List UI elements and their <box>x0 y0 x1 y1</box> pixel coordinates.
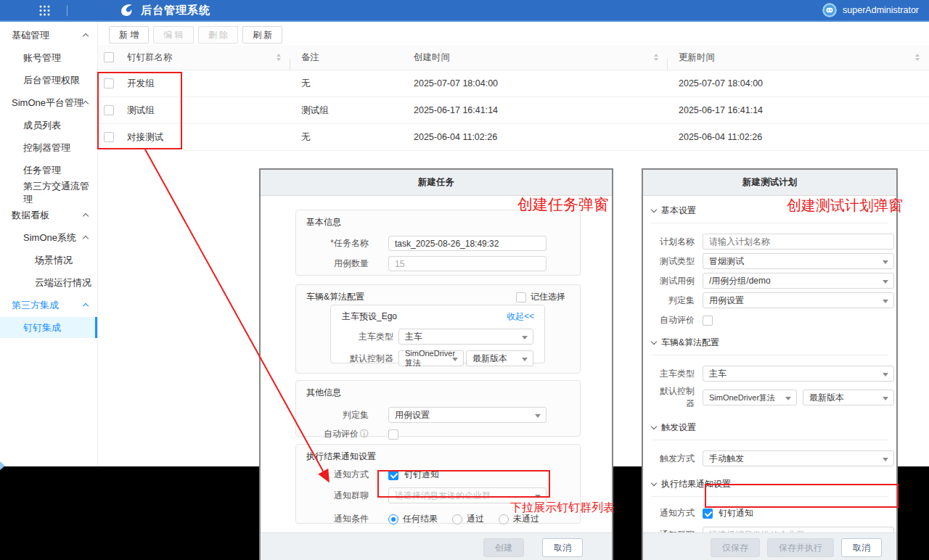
section-trigger-settings[interactable]: 触发设置 <box>651 413 888 440</box>
radio-pass[interactable] <box>452 514 462 524</box>
section-vehicle-algo[interactable]: 车辆&算法配置 <box>651 328 888 355</box>
sort-icon[interactable] <box>654 54 658 61</box>
app-title: 后台管理系统 <box>141 4 210 17</box>
cancel-button[interactable]: 取消 <box>841 538 882 557</box>
judge-set-label: 判定集 <box>652 295 695 307</box>
remember-checkbox[interactable] <box>516 292 526 302</box>
select-all-checkbox[interactable] <box>104 52 114 62</box>
app-root: 后台管理系统 superAdministrator 基础管理 账号管理 后台管理… <box>0 0 929 560</box>
controller-select[interactable]: SimOneDriver算法 <box>398 350 464 366</box>
default-controller-label: 默认控制器 <box>331 353 393 365</box>
modal-title: 新建测试计划 <box>643 170 896 196</box>
column-header-created[interactable]: 创建时间 <box>414 52 450 64</box>
delete-button[interactable]: 删 除 <box>198 26 238 44</box>
sidebar-item-simone-system[interactable]: SimOne系统 <box>0 226 97 249</box>
add-button[interactable]: 新 增 <box>109 26 149 44</box>
case-count-input[interactable] <box>388 256 547 271</box>
section-basic-settings[interactable]: 基本设置 <box>651 196 888 223</box>
controller-select[interactable]: SimOneDriver算法 <box>703 390 797 405</box>
basic-info-card: 基本信息 *任务名称 用例数量 <box>295 210 581 276</box>
section-notify-settings[interactable]: 执行结果通知设置 <box>651 469 888 497</box>
modal-footer: 创建 取消 <box>261 532 612 560</box>
sidebar-item-controller-management[interactable]: 控制器管理 <box>0 136 97 159</box>
row-checkbox[interactable] <box>104 78 114 88</box>
chevron-down-icon <box>651 339 657 345</box>
sort-icon[interactable] <box>277 54 281 61</box>
task-name-input[interactable] <box>388 236 547 251</box>
column-header-group-name[interactable]: 钉钉群名称 <box>127 52 173 64</box>
sidebar-item-task-management[interactable]: 任务管理 <box>0 159 97 181</box>
simone-logo-icon <box>118 2 134 18</box>
sidebar-item-account-management[interactable]: 账号管理 <box>0 46 97 69</box>
trigger-mode-select[interactable]: 手动触发 <box>703 450 894 466</box>
collapse-link[interactable]: 收起<< <box>507 310 534 323</box>
auto-eval-checkbox[interactable] <box>388 429 398 440</box>
case-count-label: 用例数量 <box>296 258 369 270</box>
vehicle-type-select[interactable]: 主车 <box>398 329 533 345</box>
chevron-down-icon <box>651 480 657 486</box>
modal-title: 新建任务 <box>261 170 612 196</box>
notify-group-label: 通知群聊 <box>296 490 369 502</box>
ego-preset-title: 主车预设_Ego <box>342 310 397 323</box>
chevron-up-icon <box>83 213 89 219</box>
section-title: 基本信息 <box>296 216 580 228</box>
remember-choice[interactable]: 记住选择 <box>516 291 565 303</box>
test-type-select[interactable]: 冒烟测试 <box>703 253 894 269</box>
create-button[interactable]: 创建 <box>483 538 524 557</box>
auto-eval-checkbox[interactable] <box>703 316 713 326</box>
notify-method-label: 通知方式 <box>296 469 369 481</box>
sidebar-item-basic-management[interactable]: 基础管理 <box>0 24 97 46</box>
save-and-run-button[interactable]: 保存并执行 <box>767 538 834 557</box>
chevron-down-icon <box>651 207 657 213</box>
test-case-select[interactable]: /用例分组/demo <box>703 273 894 289</box>
radio-fail[interactable] <box>499 514 509 524</box>
topbar: 后台管理系统 superAdministrator <box>0 0 929 22</box>
judge-set-select[interactable]: 用例设置 <box>703 292 894 308</box>
user-area[interactable]: superAdministrator <box>822 3 919 17</box>
judge-set-select[interactable]: 用例设置 <box>388 407 547 423</box>
sidebar-item-scene-status[interactable]: 场景情况 <box>0 249 97 271</box>
apps-grid-icon[interactable] <box>39 5 50 16</box>
table-row[interactable]: 测试组 测试组 2025-06-17 16:41:14 2025-06-17 1… <box>98 97 929 124</box>
table-row[interactable]: 开发组 无 2025-07-07 18:04:00 2025-07-07 18:… <box>98 70 929 97</box>
dingtalk-notify-checkbox[interactable] <box>703 508 713 519</box>
chevron-down-icon <box>651 424 657 429</box>
info-icon: ⓘ <box>360 429 369 439</box>
table-header-row: 钉钉群名称 备注 创建时间 更新时间 <box>98 45 929 70</box>
save-only-button[interactable]: 仅保存 <box>711 538 760 557</box>
chevron-up-icon <box>83 236 89 242</box>
notify-group-select[interactable]: 请选择消息发送的企业群 <box>388 487 547 503</box>
sidebar-item-data-dashboard[interactable]: 数据看板 <box>0 204 97 226</box>
sidebar-item-cloud-run-status[interactable]: 云端运行情况 <box>0 271 97 294</box>
sidebar-item-member-list[interactable]: 成员列表 <box>0 114 97 136</box>
default-controller-label: 默认控制器 <box>652 385 695 410</box>
dingtalk-notify-label: 钉钉通知 <box>719 507 753 519</box>
trigger-mode-label: 触发方式 <box>652 453 695 465</box>
row-checkbox[interactable] <box>104 105 114 115</box>
sidebar-item-admin-permissions[interactable]: 后台管理权限 <box>0 69 97 91</box>
sidebar-item-dingtalk-integration[interactable]: 钉钉集成 <box>0 317 97 338</box>
edit-button[interactable]: 编 辑 <box>153 26 193 44</box>
version-select[interactable]: 最新版本 <box>803 390 894 405</box>
vehicle-type-label: 主车类型 <box>331 331 393 343</box>
dingtalk-notify-checkbox[interactable] <box>388 470 398 480</box>
plan-name-label: 计划名称 <box>652 236 695 248</box>
cursor-artifact <box>0 461 5 470</box>
sidebar-item-third-party-integration[interactable]: 第三方集成 <box>0 294 97 316</box>
task-name-label: *任务名称 <box>296 237 369 250</box>
radio-any-result[interactable] <box>388 514 398 524</box>
column-header-updated[interactable]: 更新时间 <box>679 52 715 64</box>
refresh-button[interactable]: 刷 新 <box>242 26 282 44</box>
version-select[interactable]: 最新版本 <box>466 350 533 366</box>
vehicle-type-label: 主车类型 <box>652 368 695 380</box>
notify-settings-card: 执行结果通知设置 通知方式 钉钉通知 通知群聊 请选择消息发送的企业群 通知条件… <box>295 444 581 524</box>
modal-footer: 仅保存 保存并执行 取消 <box>643 532 896 560</box>
plan-name-input[interactable] <box>703 234 894 250</box>
table-row[interactable]: 对接测试 无 2025-06-04 11:02:26 2025-06-04 11… <box>98 124 929 151</box>
row-checkbox[interactable] <box>104 132 114 142</box>
vehicle-type-select[interactable]: 主车 <box>703 366 894 382</box>
sidebar-item-simone-platform[interactable]: SimOne平台管理 <box>0 91 97 114</box>
sort-icon[interactable] <box>915 54 920 61</box>
sidebar-item-third-party-traffic[interactable]: 第三方交通流管理 <box>0 181 97 204</box>
cancel-button[interactable]: 取消 <box>542 538 583 557</box>
